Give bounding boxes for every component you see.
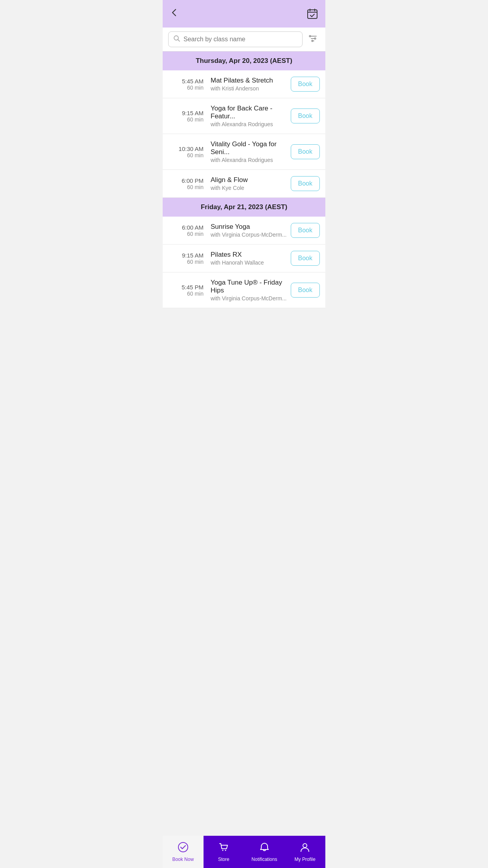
class-info: Yoga for Back Care - Featur... with Alex… — [207, 105, 287, 127]
class-time: 10:30 AM 60 min — [168, 145, 204, 158]
class-duration: 60 min — [168, 116, 204, 123]
class-time-hour: 10:30 AM — [168, 145, 204, 152]
schedule-content: Thursday, Apr 20, 2023 (AEST) 5:45 AM 60… — [163, 51, 325, 308]
class-info: Sunrise Yoga with Virginia Corpus-McDerm… — [207, 223, 287, 238]
class-name: Yoga for Back Care - Featur... — [211, 105, 287, 120]
class-row: 5:45 AM 60 min Mat Pilates & Stretch wit… — [163, 70, 325, 98]
class-time: 9:15 AM 60 min — [168, 110, 204, 123]
class-time: 9:15 AM 60 min — [168, 252, 204, 265]
class-name: Vitality Gold - Yoga for Seni... — [211, 140, 287, 156]
class-row: 9:15 AM 60 min Yoga for Back Care - Feat… — [163, 98, 325, 134]
class-time: 6:00 PM 60 min — [168, 177, 204, 190]
search-bar — [163, 28, 325, 51]
book-button[interactable]: Book — [291, 144, 320, 159]
class-name: Sunrise Yoga — [211, 223, 287, 231]
class-row: 6:00 PM 60 min Align & Flow with Kye Col… — [163, 170, 325, 198]
class-info: Align & Flow with Kye Cole — [207, 176, 287, 191]
class-duration: 60 min — [168, 291, 204, 297]
date-header-0: Thursday, Apr 20, 2023 (AEST) — [163, 51, 325, 70]
svg-rect-0 — [308, 10, 317, 18]
class-duration: 60 min — [168, 152, 204, 158]
class-instructor: with Virginia Corpus-McDerm... — [211, 232, 287, 238]
class-row: 9:15 AM 60 min Pilates RX with Hanorah W… — [163, 245, 325, 272]
calendar-check-icon — [306, 8, 318, 20]
class-time-hour: 9:15 AM — [168, 110, 204, 116]
class-time-hour: 9:15 AM — [168, 252, 204, 259]
class-row: 5:45 PM 60 min Yoga Tune Up® - Friday Hi… — [163, 272, 325, 308]
book-button[interactable]: Book — [291, 283, 320, 298]
class-name: Align & Flow — [211, 176, 287, 184]
back-button[interactable] — [170, 8, 184, 19]
book-button[interactable]: Book — [291, 251, 320, 266]
class-instructor: with Alexandra Rodrigues — [211, 157, 287, 163]
class-duration: 60 min — [168, 184, 204, 190]
svg-line-5 — [178, 40, 180, 42]
book-button[interactable]: Book — [291, 108, 320, 123]
date-header-1: Friday, Apr 21, 2023 (AEST) — [163, 198, 325, 217]
search-icon — [173, 35, 180, 44]
search-input[interactable] — [183, 36, 297, 43]
calendar-button[interactable] — [304, 8, 318, 20]
class-info: Mat Pilates & Stretch with Kristi Anders… — [207, 77, 287, 92]
class-time: 6:00 AM 60 min — [168, 224, 204, 237]
search-input-wrapper[interactable] — [168, 31, 303, 47]
book-button[interactable]: Book — [291, 77, 320, 92]
class-instructor: with Hanorah Wallace — [211, 259, 287, 266]
class-duration: 60 min — [168, 231, 204, 237]
class-time: 5:45 AM 60 min — [168, 78, 204, 91]
class-instructor: with Kristi Anderson — [211, 85, 287, 92]
class-time-hour: 6:00 PM — [168, 177, 204, 184]
class-instructor: with Alexandra Rodrigues — [211, 121, 287, 127]
class-time-hour: 6:00 AM — [168, 224, 204, 231]
class-duration: 60 min — [168, 259, 204, 265]
app-header — [163, 0, 325, 28]
class-name: Pilates RX — [211, 251, 287, 259]
class-info: Pilates RX with Hanorah Wallace — [207, 251, 287, 266]
class-name: Mat Pilates & Stretch — [211, 77, 287, 85]
class-instructor: with Kye Cole — [211, 185, 287, 191]
class-name: Yoga Tune Up® - Friday Hips — [211, 279, 287, 294]
class-time: 5:45 PM 60 min — [168, 284, 204, 297]
class-info: Vitality Gold - Yoga for Seni... with Al… — [207, 140, 287, 163]
class-time-hour: 5:45 AM — [168, 78, 204, 85]
class-row: 6:00 AM 60 min Sunrise Yoga with Virgini… — [163, 217, 325, 245]
book-button[interactable]: Book — [291, 223, 320, 238]
filter-icon[interactable] — [306, 32, 320, 47]
book-button[interactable]: Book — [291, 176, 320, 191]
class-duration: 60 min — [168, 85, 204, 91]
class-time-hour: 5:45 PM — [168, 284, 204, 291]
class-row: 10:30 AM 60 min Vitality Gold - Yoga for… — [163, 134, 325, 170]
class-info: Yoga Tune Up® - Friday Hips with Virgini… — [207, 279, 287, 302]
class-instructor: with Virginia Corpus-McDerm... — [211, 295, 287, 302]
